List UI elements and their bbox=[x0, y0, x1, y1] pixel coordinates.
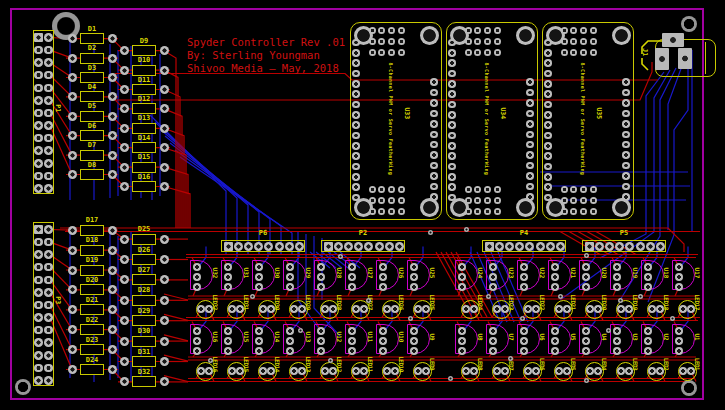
diode-d5[interactable] bbox=[80, 111, 104, 122]
pad[interactable] bbox=[570, 27, 577, 34]
pad[interactable] bbox=[34, 46, 43, 55]
pad[interactable] bbox=[544, 173, 552, 181]
pad[interactable] bbox=[580, 208, 587, 215]
pad[interactable] bbox=[474, 38, 481, 45]
pad[interactable] bbox=[68, 73, 77, 82]
pad[interactable] bbox=[34, 33, 43, 42]
pad[interactable] bbox=[120, 163, 129, 172]
pad[interactable] bbox=[544, 39, 552, 47]
pad[interactable] bbox=[430, 193, 438, 201]
diode-d32[interactable] bbox=[132, 376, 156, 387]
pad[interactable] bbox=[34, 109, 43, 118]
pad[interactable] bbox=[430, 110, 438, 118]
pad[interactable] bbox=[526, 99, 534, 107]
diode-d21[interactable] bbox=[80, 304, 104, 315]
pad[interactable] bbox=[388, 27, 395, 34]
pad[interactable] bbox=[622, 78, 630, 86]
pad[interactable] bbox=[448, 59, 456, 67]
pad[interactable] bbox=[108, 34, 117, 43]
pad[interactable] bbox=[544, 152, 552, 160]
pad[interactable] bbox=[68, 131, 77, 140]
pad[interactable] bbox=[448, 183, 456, 191]
pad[interactable] bbox=[465, 49, 472, 56]
pad[interactable] bbox=[544, 90, 552, 98]
pad[interactable] bbox=[34, 313, 43, 322]
pad[interactable] bbox=[120, 337, 129, 346]
pad[interactable] bbox=[68, 305, 77, 314]
pad[interactable] bbox=[662, 33, 684, 47]
pad[interactable] bbox=[44, 225, 53, 234]
pad[interactable] bbox=[197, 367, 205, 375]
pad[interactable] bbox=[44, 134, 53, 143]
pad[interactable] bbox=[378, 49, 385, 56]
pad[interactable] bbox=[120, 357, 129, 366]
pad[interactable] bbox=[378, 197, 385, 204]
pad[interactable] bbox=[494, 38, 501, 45]
pad[interactable] bbox=[430, 183, 438, 191]
pad[interactable] bbox=[448, 70, 456, 78]
pad[interactable] bbox=[160, 255, 169, 264]
pad[interactable] bbox=[622, 193, 630, 201]
pad[interactable] bbox=[398, 38, 405, 45]
pad[interactable] bbox=[160, 316, 169, 325]
pad[interactable] bbox=[561, 197, 568, 204]
pad[interactable] bbox=[586, 305, 594, 313]
pad[interactable] bbox=[385, 242, 394, 251]
pad[interactable] bbox=[120, 124, 129, 133]
pad[interactable] bbox=[462, 305, 470, 313]
pad[interactable] bbox=[378, 208, 385, 215]
pad[interactable] bbox=[120, 316, 129, 325]
diode-d31[interactable] bbox=[132, 356, 156, 367]
pad[interactable] bbox=[430, 162, 438, 170]
pad[interactable] bbox=[494, 208, 501, 215]
pad[interactable] bbox=[34, 364, 43, 373]
pad[interactable] bbox=[414, 367, 422, 375]
pad[interactable] bbox=[546, 242, 555, 251]
pad[interactable] bbox=[448, 163, 456, 171]
diode-d13[interactable] bbox=[132, 123, 156, 134]
pad[interactable] bbox=[108, 325, 117, 334]
pad[interactable] bbox=[448, 80, 456, 88]
diode-d3[interactable] bbox=[80, 72, 104, 83]
pad[interactable] bbox=[544, 163, 552, 171]
pad[interactable] bbox=[493, 305, 501, 313]
pad[interactable] bbox=[108, 170, 117, 179]
pad[interactable] bbox=[369, 38, 376, 45]
pad[interactable] bbox=[474, 186, 481, 193]
pad[interactable] bbox=[378, 186, 385, 193]
pad[interactable] bbox=[34, 276, 43, 285]
pad[interactable] bbox=[160, 143, 169, 152]
pad[interactable] bbox=[352, 101, 360, 109]
pad[interactable] bbox=[561, 38, 568, 45]
pad[interactable] bbox=[622, 172, 630, 180]
pad[interactable] bbox=[44, 376, 53, 385]
pad[interactable] bbox=[465, 208, 472, 215]
pad[interactable] bbox=[544, 59, 552, 67]
pad[interactable] bbox=[120, 377, 129, 386]
pad[interactable] bbox=[622, 89, 630, 97]
pad[interactable] bbox=[44, 351, 53, 360]
pad[interactable] bbox=[544, 70, 552, 78]
module-u34[interactable] bbox=[446, 22, 538, 220]
pad[interactable] bbox=[383, 367, 391, 375]
pad[interactable] bbox=[160, 124, 169, 133]
pad[interactable] bbox=[484, 49, 491, 56]
pad[interactable] bbox=[254, 242, 263, 251]
pad[interactable] bbox=[544, 80, 552, 88]
pad[interactable] bbox=[120, 255, 129, 264]
pad[interactable] bbox=[352, 111, 360, 119]
pad[interactable] bbox=[484, 208, 491, 215]
pad[interactable] bbox=[352, 152, 360, 160]
pad[interactable] bbox=[160, 104, 169, 113]
pad[interactable] bbox=[44, 146, 53, 155]
pad[interactable] bbox=[448, 121, 456, 129]
diode-d22[interactable] bbox=[80, 324, 104, 335]
pad[interactable] bbox=[34, 134, 43, 143]
pad[interactable] bbox=[352, 70, 360, 78]
pad[interactable] bbox=[383, 305, 391, 313]
pad[interactable] bbox=[398, 27, 405, 34]
pad[interactable] bbox=[494, 27, 501, 34]
pad[interactable] bbox=[295, 242, 304, 251]
pad[interactable] bbox=[544, 49, 552, 57]
pad[interactable] bbox=[68, 285, 77, 294]
